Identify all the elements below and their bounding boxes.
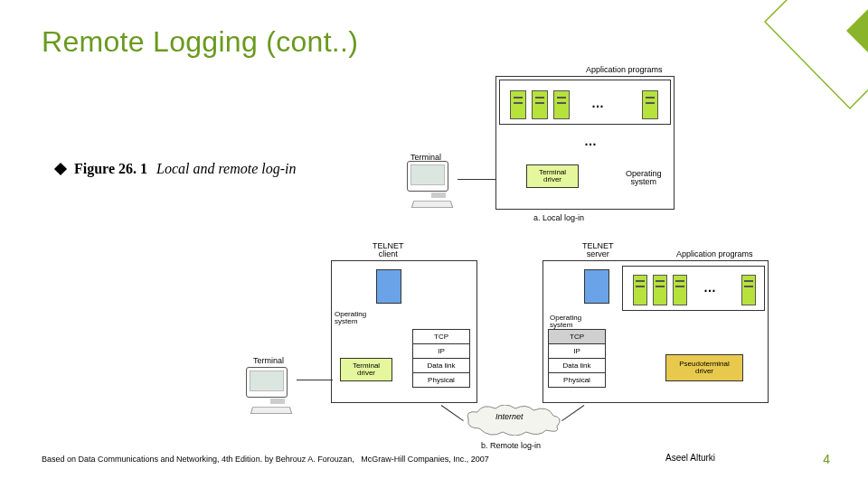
fb-telnet-client-box xyxy=(376,269,401,304)
terminal-icon xyxy=(407,161,470,209)
fb-client-protocol-stack: TCP IP Data link Physical xyxy=(412,329,470,388)
stack-layer: Data link xyxy=(413,359,469,373)
figure-number: Figure 26. 1 xyxy=(74,161,147,177)
fb-app-programs-label: Application programs xyxy=(676,249,753,258)
stack-layer: Physical xyxy=(413,373,469,387)
page-number: 4 xyxy=(823,452,830,466)
fa-os-label: Operatingsystem xyxy=(626,170,662,187)
fb-link-line xyxy=(561,405,584,421)
figure-a-local-login: Application programs … … Terminaldriver … xyxy=(392,67,678,233)
svg-marker-1 xyxy=(846,0,868,70)
stack-layer: Data link xyxy=(549,359,605,373)
fb-process-box xyxy=(653,275,667,305)
fa-process-box xyxy=(510,90,526,119)
fb-client-os-label: Operatingsystem xyxy=(335,311,366,326)
fa-connection-line xyxy=(458,179,495,180)
bullet-icon xyxy=(54,163,67,175)
svg-marker-0 xyxy=(765,0,868,108)
fa-terminal-driver: Terminaldriver xyxy=(526,164,579,188)
fb-process-box xyxy=(673,275,687,305)
stack-layer: TCP xyxy=(549,330,605,344)
source-footnote: Based on Data Communications and Network… xyxy=(42,455,584,465)
figure-caption-bullet: Figure 26. 1 Local and remote log-in xyxy=(56,161,297,177)
ellipsis-icon: … xyxy=(584,134,597,148)
fa-process-box xyxy=(532,90,548,119)
figure-title: Local and remote log-in xyxy=(156,161,297,177)
author-name: Aseel Alturki xyxy=(665,453,715,463)
fb-client-terminal-driver: Terminaldriver xyxy=(340,358,392,381)
fb-process-box xyxy=(741,275,756,305)
fb-pseudoterminal-driver: Pseudoterminaldriver xyxy=(665,354,743,381)
fb-internet-label: Internet xyxy=(495,412,524,421)
figure-b-remote-login: Terminal TELNETclient Operatingsystem Te… xyxy=(244,244,787,452)
stack-layer: IP xyxy=(413,344,469,359)
fa-process-box xyxy=(553,90,570,119)
stack-layer: Physical xyxy=(549,373,605,387)
fb-caption: b. Remote log-in xyxy=(481,441,541,450)
fb-server-os-label: Operatingsystem xyxy=(550,314,581,330)
fa-caption: a. Local log-in xyxy=(533,213,584,222)
fb-link-line xyxy=(297,380,333,380)
fb-server-protocol-stack: TCP IP Data link Physical xyxy=(548,329,606,388)
fa-app-programs-label: Application programs xyxy=(586,65,663,74)
fa-process-box xyxy=(642,90,658,119)
slide-title: Remote Logging (cont..) xyxy=(42,25,358,59)
fb-telnet-client-label: TELNETclient xyxy=(373,242,404,259)
ellipsis-icon: … xyxy=(591,96,604,110)
stack-layer: IP xyxy=(549,344,605,359)
fb-process-box xyxy=(633,275,647,305)
slide-ornament xyxy=(705,0,868,163)
stack-layer: TCP xyxy=(413,330,469,344)
fb-link-line xyxy=(441,405,464,421)
ellipsis-icon: … xyxy=(703,280,716,295)
fb-terminal-label: Terminal xyxy=(253,356,284,365)
fb-telnet-server-box xyxy=(584,269,609,304)
fb-telnet-server-label: TELNETserver xyxy=(582,242,614,259)
terminal-icon xyxy=(246,367,309,415)
